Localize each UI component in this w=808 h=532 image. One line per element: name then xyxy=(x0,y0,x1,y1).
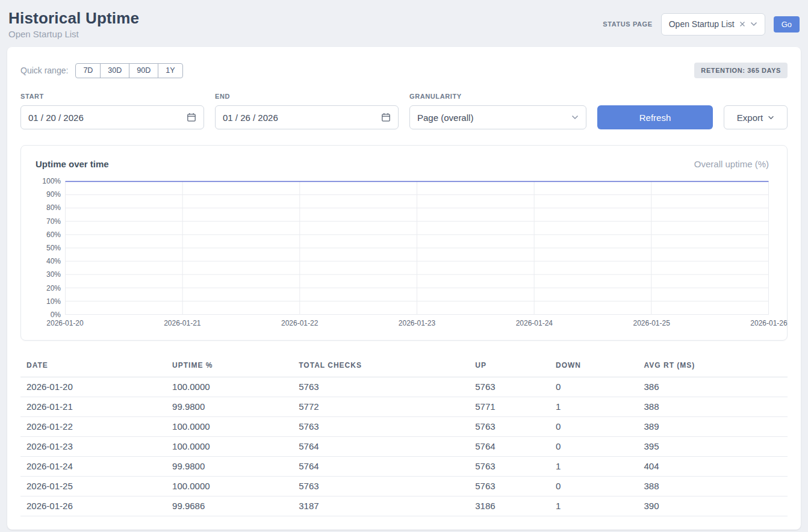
clear-icon[interactable] xyxy=(739,21,745,27)
table-cell: 386 xyxy=(638,377,788,397)
table-cell: 1 xyxy=(550,397,638,417)
retention-badge: RETENTION: 365 DAYS xyxy=(694,63,788,78)
chart-plot xyxy=(65,181,769,315)
export-button[interactable]: Export xyxy=(724,105,788,129)
y-axis-label: 10% xyxy=(46,298,61,305)
title-block: Historical Uptime Open Startup List xyxy=(8,9,139,39)
table-column-header: UPTIME % xyxy=(166,355,293,377)
chevron-down-icon xyxy=(750,22,757,26)
end-date-value: 01 / 26 / 2026 xyxy=(223,113,278,123)
table-cell: 100.0000 xyxy=(166,477,293,496)
table-cell: 404 xyxy=(638,457,788,477)
table-column-header: DOWN xyxy=(550,355,638,377)
table-cell: 2026-01-22 xyxy=(20,417,166,437)
table-cell: 2026-01-25 xyxy=(20,477,166,496)
refresh-button[interactable]: Refresh xyxy=(597,105,713,129)
export-button-label: Export xyxy=(737,113,763,123)
table-cell: 2026-01-26 xyxy=(20,496,166,516)
table-cell: 99.9800 xyxy=(166,457,293,477)
table-row: 2026-01-22100.0000576357630389 xyxy=(20,417,788,437)
y-axis-label: 60% xyxy=(46,231,61,238)
status-page-label: STATUS PAGE xyxy=(603,20,652,28)
y-axis-label: 50% xyxy=(46,244,61,252)
x-axis-label: 2026-01-20 xyxy=(46,320,83,327)
table-cell: 388 xyxy=(638,397,788,417)
table-cell: 5763 xyxy=(469,377,550,397)
quick-range-row: Quick range: 7D30D90D1Y RETENTION: 365 D… xyxy=(20,63,788,78)
table-cell: 5764 xyxy=(469,437,550,457)
table-cell: 0 xyxy=(550,417,638,437)
go-button[interactable]: Go xyxy=(774,16,800,32)
end-date-input[interactable]: 01 / 26 / 2026 xyxy=(215,105,399,129)
table-cell: 2026-01-24 xyxy=(20,457,166,477)
quick-range-7d-button[interactable]: 7D xyxy=(75,63,101,78)
table-cell: 2026-01-21 xyxy=(20,397,166,417)
quick-range-90d-button[interactable]: 90D xyxy=(129,63,158,78)
start-date-value: 01 / 20 / 2026 xyxy=(28,113,84,123)
x-axis-label: 2026-01-23 xyxy=(399,320,435,327)
table-cell: 1 xyxy=(550,496,638,516)
table-cell: 99.9800 xyxy=(166,397,293,417)
table-cell: 5764 xyxy=(293,437,469,457)
calendar-icon[interactable] xyxy=(381,113,391,122)
x-axis-label: 2026-01-21 xyxy=(164,320,200,327)
table-cell: 2026-01-20 xyxy=(20,377,166,397)
status-page-selected-value: Open Startup List xyxy=(669,19,735,29)
end-date-field: END 01 / 26 / 2026 xyxy=(215,93,399,129)
y-axis-label: 30% xyxy=(46,271,61,278)
y-axis-label: 90% xyxy=(46,191,61,198)
start-date-field: START 01 / 20 / 2026 xyxy=(20,93,204,129)
table-row: 2026-01-2699.9686318731861390 xyxy=(20,496,788,516)
granularity-select[interactable]: Page (overall) xyxy=(409,105,586,129)
table-cell: 388 xyxy=(638,477,788,496)
table-column-header: AVG RT (MS) xyxy=(638,355,788,377)
granularity-selected-value: Page (overall) xyxy=(417,113,473,123)
chevron-down-icon xyxy=(768,116,774,120)
table-cell: 99.9686 xyxy=(166,496,293,516)
table-cell: 1 xyxy=(550,457,638,477)
table-header-row: DATEUPTIME %TOTAL CHECKSUPDOWNAVG RT (MS… xyxy=(20,355,788,377)
table-column-header: UP xyxy=(469,355,550,377)
y-axis-label: 80% xyxy=(46,204,61,211)
quick-range-label: Quick range: xyxy=(20,66,68,75)
table-cell: 5763 xyxy=(469,417,550,437)
status-page-select[interactable]: Open Startup List xyxy=(661,13,765,36)
table-cell: 5772 xyxy=(293,397,469,417)
table-cell: 5763 xyxy=(293,377,469,397)
quick-range-1y-button[interactable]: 1Y xyxy=(158,63,182,78)
status-page-controls: STATUS PAGE Open Startup List Go xyxy=(603,13,800,36)
quick-range-30d-button[interactable]: 30D xyxy=(100,63,129,78)
filters-row: START 01 / 20 / 2026 END xyxy=(20,93,788,129)
y-axis-label: 0% xyxy=(51,311,61,318)
table-cell: 0 xyxy=(550,377,638,397)
chevron-down-icon xyxy=(571,115,579,120)
calendar-icon[interactable] xyxy=(187,113,196,122)
y-axis-label: 70% xyxy=(46,218,61,225)
table-cell: 100.0000 xyxy=(166,377,293,397)
start-date-label: START xyxy=(20,93,204,100)
chart-title: Uptime over time xyxy=(36,159,109,169)
table-row: 2026-01-2199.9800577257711388 xyxy=(20,397,788,417)
table-cell: 5763 xyxy=(293,417,469,437)
table-cell: 389 xyxy=(638,417,788,437)
table-column-header: DATE xyxy=(20,355,166,377)
page-title: Historical Uptime xyxy=(8,9,139,28)
table-column-header: TOTAL CHECKS xyxy=(293,355,469,377)
table-cell: 0 xyxy=(550,477,638,496)
y-axis-label: 20% xyxy=(46,285,61,292)
chart-x-axis: 2026-01-202026-01-212026-01-222026-01-23… xyxy=(65,320,769,330)
table-cell: 5764 xyxy=(293,457,469,477)
chart-body: 100%90%80%70%60%50%40%30%20%10%0% 2026-0… xyxy=(36,181,769,330)
x-axis-label: 2026-01-25 xyxy=(633,320,670,327)
uptime-card: Quick range: 7D30D90D1Y RETENTION: 365 D… xyxy=(7,47,801,530)
uptime-table: DATEUPTIME %TOTAL CHECKSUPDOWNAVG RT (MS… xyxy=(20,355,788,516)
end-date-label: END xyxy=(215,93,399,100)
table-cell: 5763 xyxy=(293,477,469,496)
table-row: 2026-01-25100.0000576357630388 xyxy=(20,477,788,496)
page: Historical Uptime Open Startup List STAT… xyxy=(0,0,808,532)
table-cell: 0 xyxy=(550,437,638,457)
chart-header: Uptime over time Overall uptime (%) xyxy=(36,159,769,169)
table-cell: 2026-01-23 xyxy=(20,437,166,457)
start-date-input[interactable]: 01 / 20 / 2026 xyxy=(20,105,204,129)
table-cell: 390 xyxy=(638,496,788,516)
